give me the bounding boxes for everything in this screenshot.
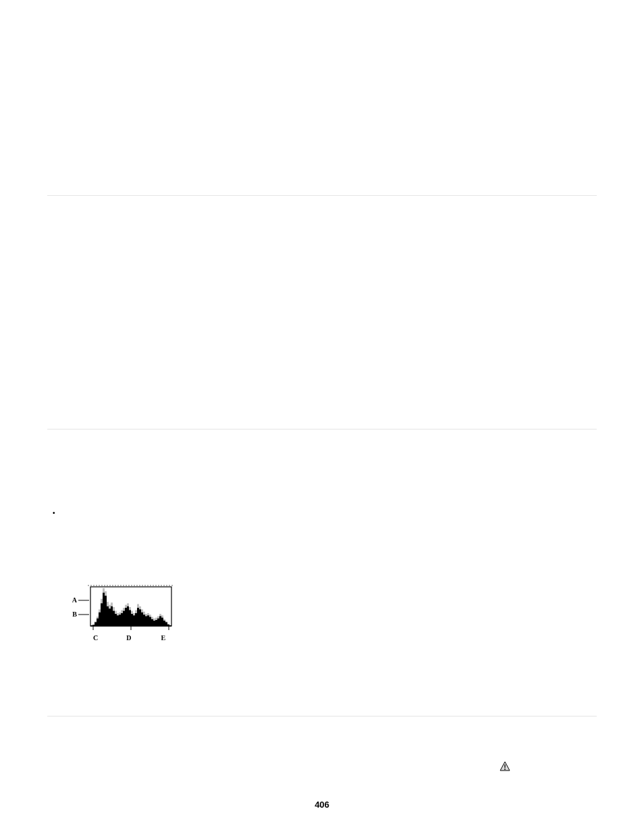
svg-rect-52 [99, 613, 101, 626]
histogram-chart [88, 584, 174, 630]
svg-rect-69 [133, 615, 135, 626]
svg-point-90 [504, 768, 506, 770]
svg-rect-48 [90, 625, 92, 626]
svg-rect-78 [151, 619, 153, 626]
svg-rect-55 [105, 596, 107, 626]
svg-rect-75 [145, 616, 147, 626]
svg-rect-82 [159, 616, 161, 626]
svg-rect-76 [147, 615, 149, 626]
svg-rect-74 [143, 615, 145, 626]
svg-rect-85 [165, 622, 167, 626]
svg-rect-80 [155, 620, 157, 626]
svg-rect-77 [149, 617, 151, 626]
svg-rect-50 [95, 622, 97, 626]
svg-rect-61 [117, 615, 119, 626]
histogram-label-d: D [126, 634, 131, 642]
svg-rect-87 [169, 625, 171, 626]
svg-rect-86 [167, 625, 169, 626]
svg-rect-72 [139, 609, 141, 626]
histogram-label-a: A [66, 596, 77, 604]
svg-rect-63 [121, 613, 123, 626]
histogram-label-c: C [93, 634, 98, 642]
svg-rect-67 [129, 610, 131, 626]
list-item: • [53, 509, 597, 518]
svg-rect-84 [163, 621, 165, 626]
svg-rect-73 [141, 613, 143, 626]
svg-rect-56 [107, 606, 109, 626]
svg-rect-51 [97, 619, 99, 626]
svg-rect-79 [153, 621, 155, 626]
svg-rect-66 [127, 606, 129, 626]
svg-rect-70 [135, 613, 137, 626]
bullet-icon: • [53, 509, 55, 518]
svg-rect-62 [119, 615, 121, 626]
svg-rect-49 [92, 625, 95, 626]
svg-rect-57 [109, 608, 111, 626]
svg-rect-83 [161, 618, 163, 626]
svg-rect-71 [137, 608, 139, 626]
svg-rect-53 [101, 603, 103, 626]
histogram-label-e: E [161, 634, 165, 642]
svg-rect-54 [103, 593, 105, 626]
page-number: 406 [0, 800, 644, 810]
warning-icon [500, 761, 510, 772]
histogram-figure: A B [66, 584, 597, 642]
svg-rect-58 [111, 606, 113, 626]
histogram-label-b: B [66, 610, 77, 618]
svg-rect-64 [123, 611, 125, 626]
svg-rect-65 [125, 608, 127, 626]
svg-rect-60 [115, 614, 117, 626]
svg-rect-68 [131, 614, 133, 626]
svg-rect-59 [113, 611, 115, 626]
svg-rect-81 [157, 619, 159, 626]
